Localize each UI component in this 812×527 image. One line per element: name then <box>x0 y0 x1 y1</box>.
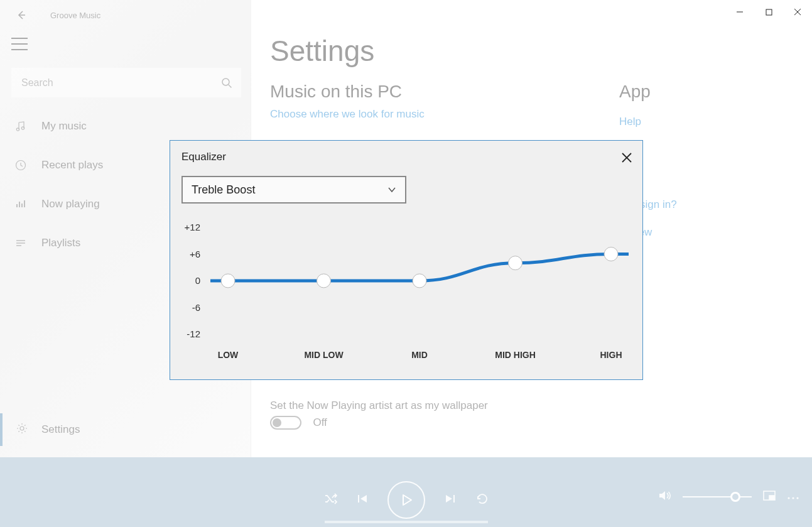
page-title: Settings <box>270 34 374 68</box>
bars-icon <box>14 197 28 211</box>
dialog-title: Equalizer <box>181 151 226 163</box>
next-button[interactable] <box>444 492 457 508</box>
svg-rect-14 <box>766 9 772 15</box>
equalizer-dialog: Equalizer Treble Boost +12+60-6-12LOWMID… <box>170 140 643 380</box>
playlist-icon <box>14 236 28 250</box>
clock-icon <box>14 158 28 172</box>
svg-text:-12: -12 <box>187 329 200 339</box>
svg-point-25 <box>792 497 794 499</box>
maximize-icon <box>766 9 772 16</box>
app-window: Groove Music My music Recent plays Now p <box>0 0 812 527</box>
app-title: Groove Music <box>50 11 100 20</box>
section-heading: Music on this PC <box>270 82 425 102</box>
repeat-button[interactable] <box>475 492 489 508</box>
svg-text:+12: +12 <box>185 222 200 232</box>
svg-rect-21 <box>453 495 455 503</box>
nav-label: Settings <box>41 423 80 436</box>
toggle-state: Off <box>313 416 327 428</box>
nav-settings[interactable]: Settings <box>0 413 251 446</box>
search-icon[interactable] <box>212 77 241 89</box>
window-controls <box>725 0 812 24</box>
player-right-controls <box>658 489 799 505</box>
svg-marker-20 <box>446 495 452 503</box>
close-button[interactable] <box>783 0 812 24</box>
volume-slider[interactable] <box>683 496 752 497</box>
back-button[interactable] <box>11 5 31 25</box>
shuffle-button[interactable] <box>323 492 337 508</box>
close-icon <box>794 8 801 16</box>
svg-marker-19 <box>403 495 411 505</box>
player-bar <box>0 457 812 527</box>
nav-label: Playlists <box>41 237 80 249</box>
setting-label: Set the Now Playing artist art as my wal… <box>270 399 488 412</box>
svg-point-37 <box>509 256 522 270</box>
search-input[interactable] <box>11 77 212 89</box>
svg-marker-18 <box>360 495 367 503</box>
svg-text:-6: -6 <box>192 302 200 313</box>
svg-point-12 <box>20 426 24 430</box>
svg-rect-23 <box>769 496 774 499</box>
svg-text:MID HIGH: MID HIGH <box>495 350 536 360</box>
title-bar: Groove Music <box>0 0 251 28</box>
svg-text:HIGH: HIGH <box>600 350 622 360</box>
svg-text:MID: MID <box>411 350 428 360</box>
equalizer-chart[interactable]: +12+60-6-12LOWMID LOWMIDMID HIGHHIGH <box>179 219 635 373</box>
help-link[interactable]: Help <box>619 116 677 128</box>
gear-icon <box>16 423 28 437</box>
svg-line-1 <box>229 85 232 88</box>
chevron-down-icon <box>387 185 396 194</box>
dialog-close-button[interactable] <box>617 148 636 167</box>
music-note-icon <box>14 119 28 133</box>
maximize-button[interactable] <box>754 0 783 24</box>
svg-point-24 <box>788 497 789 499</box>
search-box[interactable] <box>11 68 241 97</box>
play-button[interactable] <box>387 481 425 519</box>
svg-text:MID LOW: MID LOW <box>304 350 344 360</box>
minimize-button[interactable] <box>725 0 754 24</box>
setting-wallpaper-row: Set the Now Playing artist art as my wal… <box>270 399 488 430</box>
svg-text:0: 0 <box>195 275 200 286</box>
volume-knob[interactable] <box>730 492 740 502</box>
close-icon <box>621 152 632 163</box>
play-icon <box>399 493 413 507</box>
svg-text:+6: +6 <box>190 249 200 259</box>
preset-dropdown[interactable]: Treble Boost <box>181 176 406 204</box>
transport-controls <box>323 481 489 519</box>
svg-point-35 <box>317 274 331 288</box>
nav-label: My music <box>41 120 87 133</box>
svg-rect-17 <box>358 495 359 503</box>
nav-label: Recent plays <box>41 159 103 171</box>
preset-value: Treble Boost <box>192 183 255 197</box>
toggle-switch[interactable] <box>270 416 301 430</box>
svg-point-26 <box>796 497 798 499</box>
progress-bar[interactable] <box>325 521 488 523</box>
arrow-left-icon <box>16 10 26 20</box>
svg-text:LOW: LOW <box>218 350 239 360</box>
now-playing-view-button[interactable] <box>763 491 776 503</box>
section-music-on-pc: Music on this PC Choose where we look fo… <box>270 82 425 121</box>
more-button[interactable] <box>787 491 799 503</box>
svg-point-36 <box>413 274 426 288</box>
svg-point-34 <box>221 274 235 288</box>
previous-button[interactable] <box>356 492 369 508</box>
svg-point-0 <box>222 79 229 85</box>
nav-label: Now playing <box>41 198 100 210</box>
title-left: Groove Music <box>11 5 100 25</box>
volume-button[interactable] <box>658 489 671 505</box>
hamburger-button[interactable] <box>11 38 28 50</box>
minimize-icon <box>736 8 744 16</box>
section-heading: App <box>619 82 677 102</box>
choose-location-link[interactable]: Choose where we look for music <box>270 108 425 121</box>
svg-point-38 <box>604 247 618 261</box>
